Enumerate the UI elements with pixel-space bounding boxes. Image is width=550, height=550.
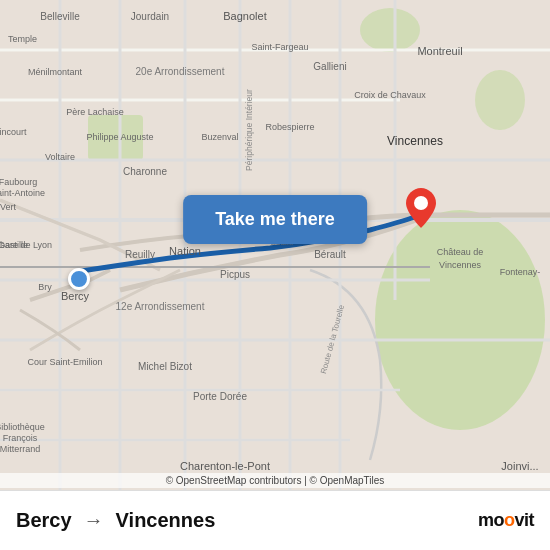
svg-point-1 bbox=[375, 210, 545, 430]
map-container: Bagnolet Montreuil Vincennes Nation Berc… bbox=[0, 0, 550, 490]
svg-text:Montreuil: Montreuil bbox=[417, 45, 462, 57]
svg-text:Saint-Antoine: Saint-Antoine bbox=[0, 188, 45, 198]
svg-text:Belleville: Belleville bbox=[40, 11, 80, 22]
svg-text:Porte Dorée: Porte Dorée bbox=[193, 391, 247, 402]
svg-text:Cour Saint-Emilion: Cour Saint-Emilion bbox=[27, 357, 102, 367]
svg-text:Voltaire: Voltaire bbox=[45, 152, 75, 162]
svg-text:Reuilly: Reuilly bbox=[125, 249, 155, 260]
svg-text:Robespierre: Robespierre bbox=[265, 122, 314, 132]
svg-text:Faubourg: Faubourg bbox=[0, 177, 37, 187]
svg-text:Nation: Nation bbox=[169, 245, 201, 257]
svg-text:Vincennes: Vincennes bbox=[387, 134, 443, 148]
route-to-label: Vincennes bbox=[116, 509, 216, 532]
svg-text:12e Arrondissement: 12e Arrondissement bbox=[116, 301, 205, 312]
svg-text:Périphérique Intérieur: Périphérique Intérieur bbox=[244, 89, 254, 171]
svg-text:Joinvi...: Joinvi... bbox=[501, 460, 538, 472]
route-from-label: Bercy bbox=[16, 509, 72, 532]
svg-text:Gallieni: Gallieni bbox=[313, 61, 346, 72]
svg-text:Bry: Bry bbox=[38, 282, 52, 292]
svg-text:bastille: bastille bbox=[0, 240, 28, 250]
svg-text:Mitterrand: Mitterrand bbox=[0, 444, 40, 454]
svg-text:Château de: Château de bbox=[437, 247, 484, 257]
destination-marker bbox=[406, 188, 436, 232]
moovit-logo: moovit bbox=[478, 510, 534, 531]
svg-text:Saint-Fargeau: Saint-Fargeau bbox=[251, 42, 308, 52]
take-me-there-button[interactable]: Take me there bbox=[183, 195, 367, 244]
svg-text:François: François bbox=[3, 433, 38, 443]
moovit-brand-text: moovit bbox=[478, 510, 534, 531]
map-attribution: © OpenStreetMap contributors | © OpenMap… bbox=[0, 473, 550, 488]
svg-text:Buzenval: Buzenval bbox=[201, 132, 238, 142]
svg-text:Fontenay-: Fontenay- bbox=[500, 267, 541, 277]
svg-text:Père Lachaise: Père Lachaise bbox=[66, 107, 124, 117]
svg-text:Bibliothèque: Bibliothèque bbox=[0, 422, 45, 432]
svg-text:Bercy: Bercy bbox=[61, 290, 90, 302]
svg-text:Bagnolet: Bagnolet bbox=[223, 10, 266, 22]
svg-point-65 bbox=[414, 196, 428, 210]
svg-point-2 bbox=[360, 8, 420, 52]
svg-text:Picpus: Picpus bbox=[220, 269, 250, 280]
svg-text:Vincennes: Vincennes bbox=[439, 260, 481, 270]
bottom-bar: Bercy → Vincennes moovit bbox=[0, 490, 550, 550]
svg-text:20e Arrondissement: 20e Arrondissement bbox=[136, 66, 225, 77]
origin-marker bbox=[68, 268, 90, 290]
svg-text:Bérault: Bérault bbox=[314, 249, 346, 260]
route-arrow-icon: → bbox=[84, 509, 104, 532]
svg-text:Michel Bizot: Michel Bizot bbox=[138, 361, 192, 372]
svg-text:Vert: Vert bbox=[0, 202, 17, 212]
svg-text:Charonne: Charonne bbox=[123, 166, 167, 177]
svg-text:Charenton-le-Pont: Charenton-le-Pont bbox=[180, 460, 270, 472]
svg-text:Croix de Chavaux: Croix de Chavaux bbox=[354, 90, 426, 100]
svg-text:Philippe Auguste: Philippe Auguste bbox=[86, 132, 153, 142]
svg-text:Ménilmontant: Ménilmontant bbox=[28, 67, 83, 77]
svg-text:Popincourt: Popincourt bbox=[0, 127, 27, 137]
svg-text:Jourdain: Jourdain bbox=[131, 11, 169, 22]
svg-point-3 bbox=[475, 70, 525, 130]
svg-text:Temple: Temple bbox=[8, 34, 37, 44]
